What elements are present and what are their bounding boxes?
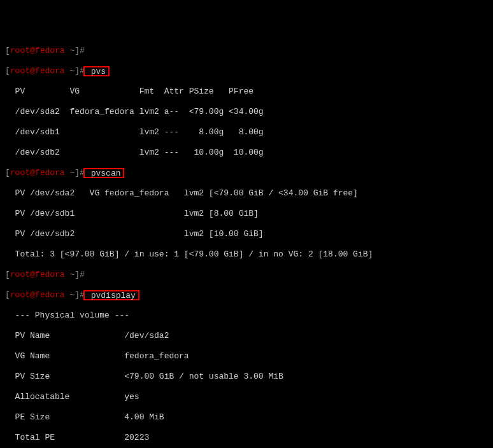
user: root <box>10 46 30 55</box>
bracket-open: [ <box>5 66 10 76</box>
at: @ <box>30 270 35 279</box>
pvs-row: /dev/sda2 fedora_fedora lvm2 a-- <79.00g… <box>5 107 488 117</box>
host: fedora <box>35 168 65 178</box>
cmd-pvs[interactable]: pvs <box>86 67 106 76</box>
path: ~ <box>65 270 75 279</box>
bracket-open: [ <box>5 168 10 178</box>
pvd-row: Allocatable yes <box>5 392 488 402</box>
path: ~ <box>65 66 75 76</box>
user: root <box>10 290 30 300</box>
bracket-open: [ <box>5 290 10 300</box>
prompt-pvscan: [root@fedora ~]# pvscan <box>5 168 488 178</box>
at: @ <box>30 66 35 76</box>
pvd-row: VG Name fedora_fedora <box>5 351 488 361</box>
at: @ <box>30 290 35 300</box>
pvscan-row: PV /dev/sdb1 lvm2 [8.00 GiB] <box>5 209 488 219</box>
prompt-pvs: [root@fedora ~]# pvs <box>5 66 488 76</box>
at: @ <box>30 168 35 178</box>
at: @ <box>30 46 35 55</box>
bracket-close: ]# <box>75 270 85 279</box>
highlight-pvscan: pvscan <box>83 168 125 178</box>
host: fedora <box>35 66 65 76</box>
pvd-row: --- Physical volume --- <box>5 311 488 321</box>
cmd-pvscan[interactable]: pvscan <box>86 169 121 178</box>
pvscan-row: PV /dev/sda2 VG fedora_fedora lvm2 [<79.… <box>5 188 488 199</box>
pvs-row: /dev/sdb1 lvm2 --- 8.00g 8.00g <box>5 127 488 137</box>
pvd-row: PE Size 4.00 MiB <box>5 412 488 423</box>
pvscan-row: PV /dev/sdb2 lvm2 [10.00 GiB] <box>5 229 488 239</box>
host: fedora <box>35 46 65 55</box>
cmd-pvdisplay[interactable]: pvdisplay <box>86 291 136 300</box>
highlight-pvdisplay: pvdisplay <box>83 290 139 300</box>
host: fedora <box>35 290 65 300</box>
pvs-header: PV VG Fmt Attr PSize PFree <box>5 87 488 97</box>
pvd-row: PV Size <79.00 GiB / not usable 3.00 MiB <box>5 372 488 382</box>
bracket-close: ]# <box>75 46 85 55</box>
pvd-row: PV Name /dev/sda2 <box>5 331 488 341</box>
user: root <box>10 66 30 76</box>
path: ~ <box>65 290 75 300</box>
prompt-empty: [root@fedora ~]# <box>5 270 488 280</box>
pvs-row: /dev/sdb2 lvm2 --- 10.00g 10.00g <box>5 148 488 158</box>
prompt-pvdisplay: [root@fedora ~]# pvdisplay <box>5 290 488 300</box>
path: ~ <box>65 46 75 55</box>
highlight-pvs: pvs <box>83 66 110 76</box>
pvscan-total: Total: 3 [<97.00 GiB] / in use: 1 [<79.0… <box>5 249 488 260</box>
host: fedora <box>35 270 65 279</box>
user: root <box>10 270 30 279</box>
bracket-open: [ <box>5 46 10 55</box>
user: root <box>10 168 30 178</box>
prompt-line: [root@fedora ~]# <box>5 46 488 56</box>
bracket-open: [ <box>5 270 10 279</box>
pvd-row: Total PE 20223 <box>5 433 488 443</box>
path: ~ <box>65 168 75 178</box>
